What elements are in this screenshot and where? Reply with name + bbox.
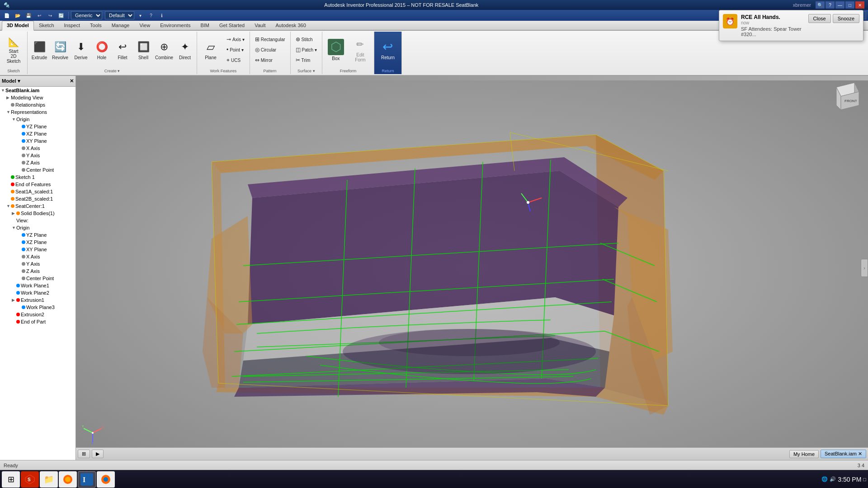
mirror-button[interactable]: ⇔ Mirror (252, 55, 288, 65)
qa-sync[interactable]: 🔄 (56, 11, 66, 20)
tree-item[interactable]: ▼SeatCenter:1 (0, 202, 75, 210)
tree-item[interactable]: ▼Origin (0, 116, 75, 123)
start-button[interactable]: ⊞ (2, 471, 20, 488)
tree-item[interactable]: End of Part (0, 318, 75, 325)
extrude-button[interactable]: ⬛ Extrude (29, 33, 49, 66)
maximize-button[interactable]: □ (845, 1, 854, 9)
tree-item[interactable]: ▶Modeling View (0, 94, 75, 101)
tab-view[interactable]: View (134, 21, 155, 30)
default-select[interactable]: Default (105, 11, 134, 19)
viewport[interactable]: FRONT › X Y Z ⊞ ▶ My Home SeatBlank.iam … (76, 76, 868, 460)
tab-tools[interactable]: Tools (85, 21, 107, 30)
tab-3dmodel[interactable]: 3D Model (2, 21, 34, 31)
taskbar-explorer[interactable]: 📁 (40, 471, 58, 488)
nav-arrow-btn[interactable]: ▶ (92, 450, 104, 458)
plane-button[interactable]: ▱ Plane (199, 33, 222, 66)
editform-button[interactable]: ✏ EditForm (349, 33, 372, 66)
tab-vault[interactable]: Vault (250, 21, 270, 30)
tree-item[interactable]: Sketch 1 (0, 174, 75, 181)
tree-item[interactable]: Work Plane1 (0, 282, 75, 289)
qa-redo[interactable]: ↪ (45, 11, 55, 20)
qa-info[interactable]: ℹ (157, 11, 167, 20)
help-button[interactable]: ? (826, 1, 835, 9)
tree-item[interactable]: Z Axis (0, 267, 75, 275)
tree-item[interactable]: XY Plane (0, 246, 75, 253)
minimize-button[interactable]: — (835, 1, 844, 9)
patch-button[interactable]: ◫ Patch ▾ (292, 45, 320, 55)
tree-item[interactable]: XZ Plane (0, 130, 75, 137)
qa-open[interactable]: 📂 (13, 11, 23, 20)
tree-item[interactable]: X Axis (0, 145, 75, 152)
nav-icons-btn[interactable]: ⊞ (78, 450, 90, 458)
tab-bim[interactable]: BIM (195, 21, 214, 30)
viewcube[interactable]: FRONT (827, 80, 863, 117)
start-2dsketch-button[interactable]: 📐 Start2D Sketch (2, 33, 25, 66)
tree-item[interactable]: Y Axis (0, 152, 75, 159)
tree-item[interactable]: ▼Representations (0, 108, 75, 116)
combine-button[interactable]: ⊕ Combine (154, 33, 174, 66)
tab-getstarted[interactable]: Get Started (214, 21, 250, 30)
qa-new[interactable]: 📄 (2, 11, 12, 20)
notification-snooze-button[interactable]: Snooze (833, 14, 859, 23)
tree-item[interactable]: Center Point (0, 275, 75, 282)
model-panel-close[interactable]: ✕ (70, 78, 74, 84)
direct-button[interactable]: ✦ Direct (175, 33, 195, 66)
search-icon-btn[interactable]: 🔍 (816, 1, 825, 9)
revolve-button[interactable]: 🔄 Revolve (50, 33, 70, 66)
stitch-button[interactable]: ⊛ Stitch (292, 34, 320, 44)
panel-collapse-handle[interactable]: › (861, 259, 868, 277)
tree-item[interactable]: YZ Plane (0, 123, 75, 130)
tree-item[interactable]: ▼SeatBlank.iam (0, 87, 75, 94)
myhome-tab[interactable]: My Home (789, 450, 819, 458)
tab-manage[interactable]: Manage (107, 21, 135, 30)
tree-item[interactable]: XZ Plane (0, 239, 75, 246)
tree-item[interactable]: Work Plane3 (0, 304, 75, 311)
notification-close-button[interactable]: Close (808, 14, 831, 23)
tree-item[interactable]: Center Point (0, 166, 75, 174)
qa-dropdown[interactable]: ▾ (135, 11, 145, 20)
trim-button[interactable]: ✂ Trim (292, 55, 320, 65)
qa-undo[interactable]: ↩ (34, 11, 44, 20)
taskbar-sw[interactable]: S (21, 471, 39, 488)
tree-item[interactable]: Seat2B_scaled:1 (0, 195, 75, 202)
tab-autodesk360[interactable]: Autodesk 360 (270, 21, 311, 30)
tab-sketch[interactable]: Sketch (34, 21, 59, 30)
circular-button[interactable]: ◎ Circular (252, 45, 288, 55)
tree-item[interactable]: X Axis (0, 253, 75, 260)
tree-item[interactable]: ▼Origin (0, 224, 75, 231)
return-button[interactable]: ↩ Return (376, 33, 400, 66)
notifications-icon[interactable]: □ (863, 477, 866, 482)
shell-button[interactable]: 🔲 Shell (133, 33, 153, 66)
rectangular-button[interactable]: ⊞ Rectangular (252, 34, 288, 44)
tree-item[interactable]: XY Plane (0, 137, 75, 145)
box-button[interactable]: ⬡ Box (324, 33, 348, 66)
tree-item[interactable]: End of Features (0, 181, 75, 188)
point-button[interactable]: • Point ▾ (223, 45, 248, 55)
derive-button[interactable]: ⬇ Derive (71, 33, 91, 66)
tree-item[interactable]: Extrusion2 (0, 311, 75, 318)
volume-icon[interactable]: 🔊 (830, 476, 836, 482)
tree-item[interactable]: Y Axis (0, 260, 75, 267)
qa-help[interactable]: ? (146, 11, 156, 20)
tree-item[interactable]: View: (0, 217, 75, 224)
tree-item[interactable]: Seat1A_scaled:1 (0, 188, 75, 195)
tree-item[interactable]: Z Axis (0, 159, 75, 166)
tab-inspect[interactable]: Inspect (59, 21, 85, 30)
tree-item[interactable]: Work Plane2 (0, 289, 75, 296)
tree-item[interactable]: ▶Extrusion1 (0, 296, 75, 304)
seatblank-tab[interactable]: SeatBlank.iam ✕ (821, 450, 866, 458)
tree-item[interactable]: Relationships (0, 101, 75, 108)
ucs-button[interactable]: ⌖ UCS (223, 55, 248, 65)
hole-button[interactable]: ⭕ Hole (92, 33, 112, 66)
taskbar-browser1[interactable] (59, 471, 77, 488)
qa-save[interactable]: 💾 (24, 11, 33, 20)
taskbar-inventor[interactable]: I (78, 471, 96, 488)
axis-button[interactable]: ⊸ Axis ▾ (223, 34, 248, 44)
taskbar-firefox[interactable] (97, 471, 115, 488)
tree-item[interactable]: YZ Plane (0, 231, 75, 239)
tab-environments[interactable]: Environments (155, 21, 195, 30)
generic-select[interactable]: Generic (71, 11, 102, 19)
fillet-button[interactable]: ↩ Fillet (113, 33, 132, 66)
tree-item[interactable]: ▶Solid Bodies(1) (0, 210, 75, 217)
close-button[interactable]: ✕ (855, 1, 864, 9)
